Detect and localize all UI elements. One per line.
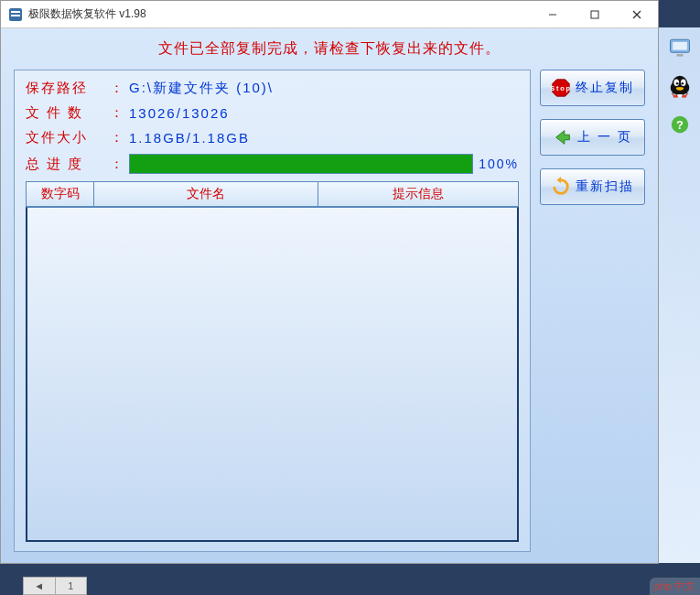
results-table: 数字码 文件名 提示信息 xyxy=(26,181,519,542)
rescan-button[interactable]: 重新扫描 xyxy=(540,168,645,205)
file-count-row: 文 件 数 ： 13026/13026 xyxy=(26,104,519,122)
svg-point-16 xyxy=(680,80,685,87)
svg-point-17 xyxy=(675,82,678,85)
minimize-button[interactable] xyxy=(532,1,574,27)
prev-page-button[interactable]: 上 一 页 xyxy=(540,119,645,156)
th-code[interactable]: 数字码 xyxy=(27,182,94,206)
table-body[interactable] xyxy=(26,207,519,542)
tab-1[interactable]: 1 xyxy=(56,578,87,594)
progress-bar xyxy=(129,154,473,174)
main-panel: 保存路径 ： G:\新建文件夹 (10)\ 文 件 数 ： 13026/1302… xyxy=(14,70,531,552)
main-window: 极限数据恢复软件 v1.98 文件已全部复制完成，请检查下恢复出来的文件。 保存… xyxy=(0,0,659,564)
progress-label: 总 进 度 xyxy=(26,156,108,173)
side-buttons: Stop 终止复制 上 一 页 重新扫描 xyxy=(540,70,645,552)
colon: ： xyxy=(110,104,124,122)
tab-strip: ◄ 1 xyxy=(23,577,87,595)
qq-icon[interactable] xyxy=(663,70,696,103)
colon: ： xyxy=(110,80,124,97)
stop-icon: Stop xyxy=(551,78,571,98)
help-icon[interactable]: ? xyxy=(663,108,696,141)
svg-rect-1 xyxy=(11,11,20,13)
title-bar: 极限数据恢复软件 v1.98 xyxy=(1,1,658,28)
refresh-icon xyxy=(551,177,571,197)
prev-page-label: 上 一 页 xyxy=(577,129,632,146)
file-size-row: 文件大小 ： 1.18GB/1.18GB xyxy=(26,129,519,146)
svg-rect-11 xyxy=(673,42,687,50)
svg-point-15 xyxy=(673,80,679,87)
save-path-value: G:\新建文件夹 (10)\ xyxy=(129,80,274,97)
monitor-icon[interactable] xyxy=(663,31,696,64)
content-row: 保存路径 ： G:\新建文件夹 (10)\ 文 件 数 ： 13026/1302… xyxy=(14,70,645,552)
colon: ： xyxy=(110,129,124,146)
th-filename[interactable]: 文件名 xyxy=(94,182,318,206)
svg-point-22 xyxy=(681,95,686,98)
close-button[interactable] xyxy=(616,1,658,27)
svg-rect-12 xyxy=(676,54,683,57)
progress-row: 总 进 度 ： 100% xyxy=(26,154,519,174)
window-body: 文件已全部复制完成，请检查下恢复出来的文件。 保存路径 ： G:\新建文件夹 (… xyxy=(1,28,658,563)
save-path-row: 保存路径 ： G:\新建文件夹 (10)\ xyxy=(26,80,519,97)
colon: ： xyxy=(110,156,124,173)
file-size-value: 1.18GB/1.18GB xyxy=(129,130,250,146)
rescan-label: 重新扫描 xyxy=(576,178,634,195)
stop-copy-button[interactable]: Stop 终止复制 xyxy=(540,70,645,106)
save-path-label: 保存路径 xyxy=(26,80,108,97)
svg-text:Stop: Stop xyxy=(551,84,571,92)
file-count-label: 文 件 数 xyxy=(26,104,108,122)
progress-percent: 100% xyxy=(479,157,519,171)
svg-rect-2 xyxy=(11,15,20,16)
svg-text:?: ? xyxy=(676,118,684,132)
window-controls xyxy=(532,1,658,27)
watermark: php 中文 xyxy=(650,578,700,595)
progress-fill xyxy=(130,155,472,173)
maximize-button[interactable] xyxy=(574,1,616,27)
table-header: 数字码 文件名 提示信息 xyxy=(26,181,519,207)
file-count-value: 13026/13026 xyxy=(129,105,230,121)
svg-point-18 xyxy=(681,82,684,85)
svg-marker-9 xyxy=(556,177,561,183)
right-sidebar: ? xyxy=(659,27,700,563)
th-hint[interactable]: 提示信息 xyxy=(318,182,518,206)
tab-arrow[interactable]: ◄ xyxy=(24,578,56,594)
window-title: 极限数据恢复软件 v1.98 xyxy=(28,6,532,22)
status-message: 文件已全部复制完成，请检查下恢复出来的文件。 xyxy=(14,39,645,59)
file-size-label: 文件大小 xyxy=(26,129,108,146)
svg-rect-4 xyxy=(591,11,598,18)
arrow-left-icon xyxy=(553,127,573,147)
stop-copy-label: 终止复制 xyxy=(576,80,634,96)
app-icon xyxy=(8,7,23,22)
svg-point-21 xyxy=(673,95,678,98)
